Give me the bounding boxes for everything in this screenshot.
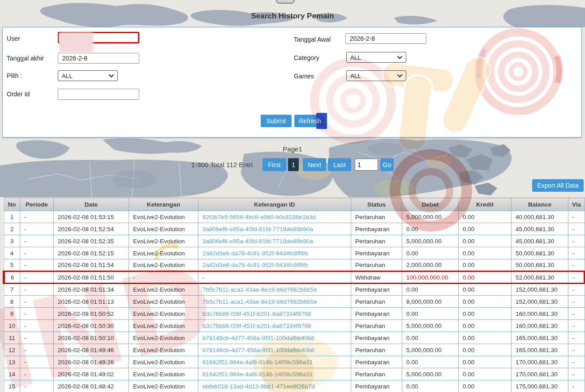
cell-status: Pertaruhan — [351, 344, 402, 356]
export-all-data-button[interactable]: Export All Data — [532, 179, 584, 192]
games-select-value: ALL — [350, 73, 361, 79]
refresh-button[interactable]: Refresh — [294, 115, 326, 127]
column-header: Periode — [20, 198, 54, 211]
keterangan-id-link[interactable]: 61642f51-984e-4af8-914b-14f08c596a31 — [202, 359, 313, 366]
go-button[interactable]: Go — [380, 158, 394, 171]
cell-keterangan-id: 3a806ef6-e95a-40fd-81fd-7719de89b90a — [198, 235, 351, 247]
cell-status: Pembayaran — [351, 332, 402, 344]
keterangan-id-link[interactable]: 2a82d3e6-da78-4c91-952f-9434fc8ff6fc — [202, 262, 309, 268]
cell-via: - — [568, 332, 585, 344]
keterangan-id-link[interactable]: 3a806ef6-e95a-40fd-81fd-7719de89b90a — [202, 226, 313, 233]
column-header: Kredit — [459, 198, 512, 211]
table-row: 15-2026-02-08 01:48:42EvoLive2-Evolution… — [4, 380, 585, 392]
tanggal-awal-label: Tanggal Awal — [294, 36, 331, 43]
cell-keterangan: EvoLive2-Evolution — [129, 223, 198, 235]
table-row: 1-2026-02-08 01:53:15EvoLive2-Evolution6… — [4, 211, 585, 223]
cell-via: - — [568, 284, 585, 296]
category-select[interactable]: ALL — [346, 52, 406, 63]
cell-keterangan-id: b3c76b86-f26f-451f-b201-8a87334f9798 — [198, 320, 351, 332]
table-row: 2-2026-02-08 01:52:54EvoLive2-Evolution3… — [4, 223, 585, 235]
cell-debet: 0.00 — [402, 356, 459, 368]
cell-debet: 0.00 — [402, 308, 459, 320]
cell-date: 2026-02-08 01:49:02 — [54, 368, 129, 380]
table-row: 10-2026-02-08 01:50:30EvoLive2-Evolution… — [4, 320, 585, 332]
first-page-button[interactable]: First — [262, 158, 286, 171]
goto-page-input[interactable] — [355, 159, 378, 171]
cell-status: Pertaruhan — [351, 296, 402, 308]
cell-date: 2026-02-08 01:50:52 — [54, 308, 129, 320]
games-select[interactable]: ALL — [346, 70, 406, 81]
cell-periode: - — [20, 308, 54, 320]
cell-balance: 170,000,681.30 — [512, 356, 568, 368]
keterangan-id-link[interactable]: ebfeb018-13ad-4d13-9b81-471ee6f26b7d — [202, 383, 315, 390]
keterangan-id-link[interactable]: b3c76b86-f26f-451f-b201-8a87334f9798 — [202, 323, 311, 329]
table-row: 11-2026-02-08 01:50:10EvoLive2-Evolution… — [4, 332, 585, 344]
cell-kredit: 0.00 — [459, 259, 512, 271]
keterangan-id-link[interactable]: b78148cb-4d77-456a-95f1-100dafbb40b8 — [202, 347, 314, 353]
cell-date: 2026-02-08 01:53:15 — [54, 211, 129, 223]
keterangan-id-link[interactable]: b78148cb-4d77-456a-95f1-100dafbb40b8 — [202, 335, 314, 341]
cell-status: Pertaruhan — [351, 211, 402, 223]
chevron-down-icon — [109, 74, 114, 78]
cell-debet: 5,000,000.00 — [402, 344, 459, 356]
cell-via: - — [568, 356, 585, 368]
keterangan-id-link[interactable]: 7b5c7b11-aca1-43ae-8e19-b6d7662b6b5e — [202, 298, 317, 305]
keterangan-id-link[interactable]: 61642f51-984e-4af8-914b-14f08c596a31 — [202, 371, 313, 378]
order-id-input[interactable] — [58, 89, 139, 100]
cell-periode: - — [20, 223, 54, 235]
cell-kredit: 0.00 — [459, 344, 512, 356]
cell-periode: - — [20, 356, 54, 368]
cell-date: 2026-02-08 01:51:13 — [54, 296, 129, 308]
pilih-select[interactable]: ALL — [58, 70, 118, 81]
cell-balance: 45,000,681.30 — [512, 223, 568, 235]
cell-no: 13 — [4, 356, 20, 368]
table-header-row: NoPeriodeDateKeteranganKeterangan IDStat… — [4, 198, 585, 211]
cell-kredit: 0.00 — [459, 271, 512, 284]
table-row: 5-2026-02-08 01:51:54EvoLive2-Evolution2… — [4, 259, 585, 271]
cell-keterangan-id: b3c76b86-f26f-451f-b201-8a87334f9798 — [198, 308, 351, 320]
tanggal-akhir-input[interactable] — [58, 53, 139, 64]
cell-balance: 165,000,681.30 — [512, 344, 568, 356]
current-page-button[interactable]: 1 — [288, 158, 299, 171]
cell-debet: 8,000,000.00 — [402, 296, 459, 308]
cell-debet: 0.00 — [402, 247, 459, 259]
cell-via: - — [568, 247, 585, 259]
pilih-label: Pilih : — [7, 72, 22, 79]
keterangan-id-link[interactable]: 62f3b7e9-5656-4bc6-a560-b0c8156e1b3d — [202, 214, 316, 220]
order-id-label: Order Id — [7, 90, 30, 98]
cell-debet: 0.00 — [402, 223, 459, 235]
cell-keterangan: EvoLive2-Evolution — [129, 247, 198, 259]
user-redaction-overlay — [60, 33, 92, 52]
keterangan-id-link[interactable]: 7b5c7b11-aca1-43ae-8e19-b6d7662b6b5e — [202, 286, 317, 293]
cell-debet: 0.00 — [402, 332, 459, 344]
keterangan-id-link[interactable]: 2a82d3e6-da78-4c91-952f-9434fc8ff6fc — [202, 250, 309, 257]
submit-button[interactable]: Submit — [261, 115, 292, 127]
cell-via: - — [568, 271, 585, 284]
cell-no: 8 — [4, 296, 20, 308]
cell-no: 12 — [4, 344, 20, 356]
table-row: 4-2026-02-08 01:52:15EvoLive2-Evolution2… — [4, 247, 585, 259]
cell-keterangan: EvoLive2-Evolution — [129, 235, 198, 247]
cell-no: 3 — [4, 235, 20, 247]
last-page-button[interactable]: Last — [328, 158, 351, 171]
cell-kredit: 0.00 — [459, 332, 512, 344]
tanggal-awal-input[interactable] — [345, 33, 426, 44]
cell-periode: - — [20, 344, 54, 356]
cell-keterangan-id: 61642f51-984e-4af8-914b-14f08c596a31 — [198, 356, 351, 368]
cell-date: 2026-02-08 01:50:10 — [54, 332, 129, 344]
cell-keterangan: EvoLive2-Evolution — [129, 284, 198, 296]
table-row-highlighted: 6-2026-02-08 01:51:50--Withdraw100,000,0… — [4, 271, 585, 284]
next-page-button[interactable]: Next — [303, 158, 326, 171]
keterangan-id-link[interactable]: b3c76b86-f26f-451f-b201-8a87334f9798 — [202, 310, 311, 317]
cell-date: 2026-02-08 01:52:35 — [54, 235, 129, 247]
table-row: 14-2026-02-08 01:49:02EvoLive2-Evolution… — [4, 368, 585, 380]
cell-no: 10 — [4, 320, 20, 332]
cell-status: Pembayaran — [351, 380, 402, 392]
cell-kredit: 0.00 — [459, 223, 512, 235]
cell-date: 2026-02-08 01:49:46 — [54, 344, 129, 356]
cell-keterangan-id: - — [198, 271, 351, 284]
cell-date: 2026-02-08 01:51:54 — [54, 259, 129, 271]
cell-no: 6 — [4, 271, 20, 284]
keterangan-id-link[interactable]: 3a806ef6-e95a-40fd-81fd-7719de89b90a — [202, 238, 313, 245]
table-row: 3-2026-02-08 01:52:35EvoLive2-Evolution3… — [4, 235, 585, 247]
